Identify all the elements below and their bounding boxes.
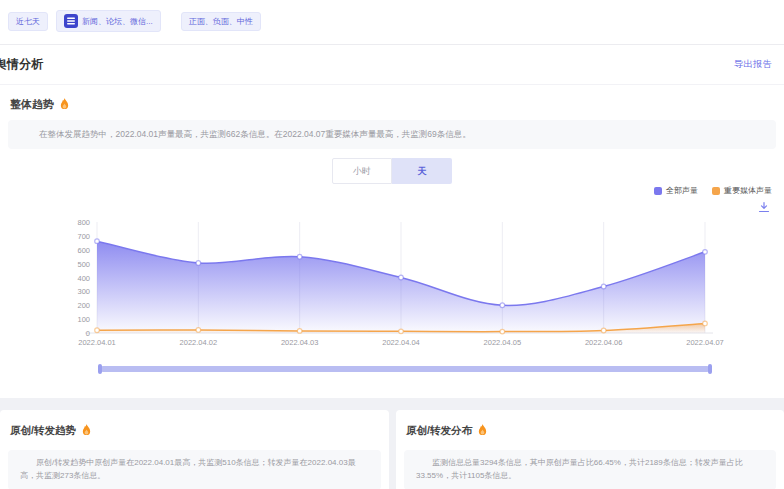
overall-trend-summary-box: 在整体发展趋势中，2022.04.01声量最高，共监测662条信息。在2022.… (8, 120, 776, 149)
x-axis-tick: 2022.04.06 (569, 338, 639, 347)
toggle-hour-button[interactable]: 小时 (332, 158, 392, 184)
page-title: 舆情分析 (0, 56, 43, 73)
original-forward-distribution-title: 原创/转发分布 (406, 424, 472, 438)
original-forward-trend-title: 原创/转发趋势 (10, 424, 76, 438)
overall-trend-title-row: 整体趋势 (10, 97, 70, 112)
datazoom-right-handle[interactable] (708, 364, 712, 374)
fire-icon (59, 98, 70, 112)
y-axis-tick: 800 (60, 218, 90, 227)
y-axis-tick: 200 (60, 301, 90, 310)
overall-trend-summary: 在整体发展趋势中，2022.04.01声量最高，共监测662条信息。在2022.… (22, 128, 762, 141)
fire-icon (81, 424, 92, 438)
granularity-toggle: 小时 天 (332, 158, 452, 184)
x-axis-tick: 2022.04.05 (467, 338, 537, 347)
y-axis-tick: 700 (60, 232, 90, 241)
y-axis-tick: 300 (60, 287, 90, 296)
y-axis-tick: 100 (60, 315, 90, 324)
overall-trend-title: 整体趋势 (10, 97, 54, 112)
date-range-chip[interactable]: 近七天 (8, 12, 48, 31)
fire-icon (477, 424, 488, 438)
original-forward-distribution-card: 原创/转发分布 监测信息总量3294条信息，其中原创声量占比66.45%，共计2… (396, 410, 784, 489)
legend-swatch-all-volume (654, 187, 662, 195)
original-forward-distribution-title-row: 原创/转发分布 (396, 410, 784, 438)
chart-legend: 全部声量 重要媒体声量 (654, 185, 772, 196)
toggle-day-button[interactable]: 天 (392, 158, 452, 184)
sentiments-label: 正面、负面、中性 (189, 16, 253, 27)
y-axis-tick: 600 (60, 246, 90, 255)
x-axis-tick: 2022.04.07 (670, 338, 740, 347)
x-axis-tick: 2022.04.03 (265, 338, 335, 347)
section-header: 舆情分析 导出报告 (0, 45, 784, 85)
export-report-link[interactable]: 导出报告 (734, 58, 772, 71)
datazoom-left-handle[interactable] (98, 364, 102, 374)
legend-item-media-volume[interactable]: 重要媒体声量 (712, 185, 772, 196)
sentiments-chip[interactable]: 正面、负面、中性 (181, 12, 261, 31)
original-forward-trend-title-row: 原创/转发趋势 (0, 410, 389, 438)
original-forward-distribution-summary-box: 监测信息总量3294条信息，其中原创声量占比66.45%，共计2189条信息；转… (404, 450, 776, 489)
sources-chip[interactable]: 新闻、论坛、微信... (56, 10, 161, 32)
y-axis-tick: 500 (60, 260, 90, 269)
y-axis-tick: 400 (60, 274, 90, 283)
original-forward-distribution-summary: 监测信息总量3294条信息，其中原创声量占比66.45%，共计2189条信息；转… (416, 457, 764, 483)
sources-label: 新闻、论坛、微信... (82, 16, 153, 27)
trend-chart-area: 80070060050040030020010002022.04.012022.… (0, 205, 784, 355)
legend-label-media-volume: 重要媒体声量 (724, 185, 772, 196)
x-axis-tick: 2022.04.04 (366, 338, 436, 347)
original-forward-trend-summary-box: 原创/转发趋势中原创声量在2022.04.01最高，共监测510条信息；转发声量… (8, 450, 381, 489)
legend-item-all-volume[interactable]: 全部声量 (654, 185, 698, 196)
bottom-section: 原创/转发趋势 原创/转发趋势中原创声量在2022.04.01最高，共监测510… (0, 398, 784, 489)
chart-datazoom-slider[interactable] (100, 366, 710, 372)
original-forward-trend-card: 原创/转发趋势 原创/转发趋势中原创声量在2022.04.01最高，共监测510… (0, 410, 389, 489)
x-axis-tick: 2022.04.01 (62, 338, 132, 347)
original-forward-trend-summary: 原创/转发趋势中原创声量在2022.04.01最高，共监测510条信息；转发声量… (20, 457, 369, 483)
sentiment-analysis-page: 近七天 新闻、论坛、微信... 正面、负面、中性 舆情分析 导出报告 整体趋势 … (0, 0, 784, 489)
trend-chart[interactable] (0, 205, 784, 355)
legend-label-all-volume: 全部声量 (666, 185, 698, 196)
legend-swatch-media-volume (712, 187, 720, 195)
date-range-label: 近七天 (16, 16, 40, 27)
sources-icon (64, 14, 78, 28)
filter-bar: 近七天 新闻、论坛、微信... 正面、负面、中性 (8, 10, 261, 32)
y-axis-tick: 0 (60, 329, 90, 338)
x-axis-tick: 2022.04.02 (163, 338, 233, 347)
